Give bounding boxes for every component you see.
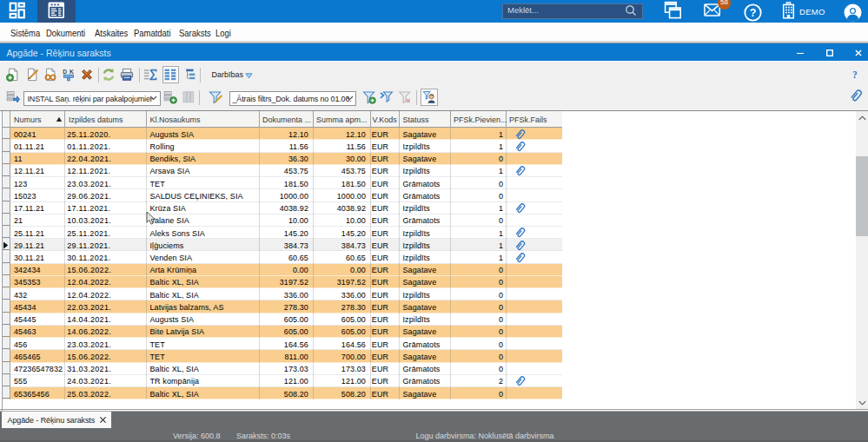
svg-text:K: K <box>70 69 74 75</box>
svg-text:?: ? <box>749 6 756 18</box>
svg-text:D: D <box>63 69 67 75</box>
